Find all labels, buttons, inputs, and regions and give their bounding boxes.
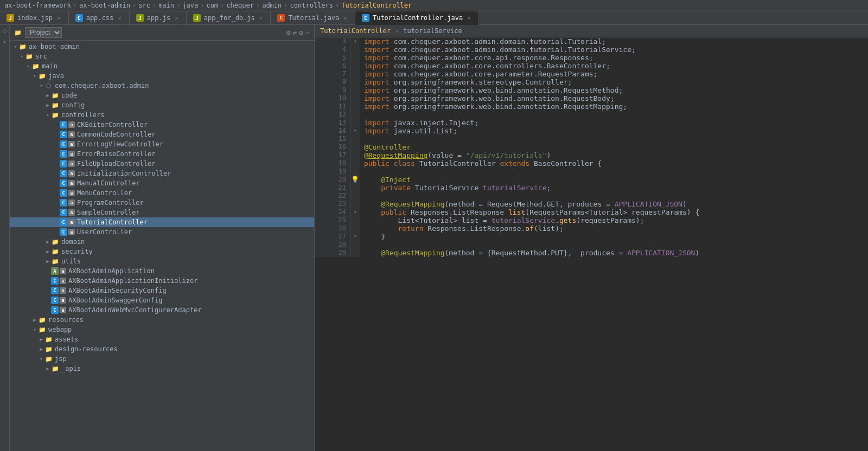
line-gutter xyxy=(351,119,360,127)
breadcrumb-item[interactable]: admin xyxy=(262,2,282,9)
tree-item-ErrorRaiseController[interactable]: C a ErrorRaiseController xyxy=(10,149,314,159)
tab-label: index.jsp xyxy=(17,14,53,22)
tree-arrow: ▾ xyxy=(12,44,18,49)
folder-icon: 📁 xyxy=(44,345,53,353)
tree-item-assets[interactable]: ▶ 📁 assets xyxy=(10,334,314,344)
java-class-icon: C xyxy=(60,140,67,148)
editor-breadcrumb: TutorialController › tutorialService xyxy=(315,25,868,37)
tree-item-AXBootAdminSecurityConfig[interactable]: C a AXBootAdminSecurityConfig xyxy=(10,286,314,295)
tab-close-icon[interactable]: × xyxy=(258,15,264,22)
tree-item-TutorialController[interactable]: C a TutorialController xyxy=(10,217,314,227)
tree-item-AXBootAdminApplication[interactable]: A a AXBootAdminApplication xyxy=(10,266,314,276)
folder-icon: 📁 xyxy=(31,62,40,70)
jsp-icon: J xyxy=(7,14,14,22)
line-content xyxy=(360,135,868,143)
folder-icon: 📁 xyxy=(18,43,27,50)
tree-item-utils[interactable]: ▶ 📁 utils xyxy=(10,256,314,266)
access-badge: a xyxy=(60,297,66,304)
tree-item-MenuController[interactable]: C a MenuController xyxy=(10,188,314,198)
access-badge: a xyxy=(68,151,75,157)
breadcrumb-item[interactable]: ax-boot-framework xyxy=(4,2,71,9)
tree-item-AXBootAdminWebMvcConfigurerAdapter[interactable]: C a AXBootAdminWebMvcConfigurerAdapter xyxy=(10,305,314,315)
access-badge: a xyxy=(60,278,66,284)
folder-icon: 📁 xyxy=(51,92,60,99)
tree-item-domain[interactable]: ▶ 📁 domain xyxy=(10,237,314,247)
folder-icon: 📁 xyxy=(51,257,60,265)
tree-item-java[interactable]: ▾ 📁 java xyxy=(10,71,314,81)
code-container[interactable]: 3 ▾ import com.chequer.axboot.admin.doma… xyxy=(315,37,868,451)
tree-item-resources[interactable]: ▶ 📁 resources xyxy=(10,315,314,325)
breadcrumb-item[interactable]: java xyxy=(182,2,198,9)
access-badge: a xyxy=(60,287,66,294)
tree-item-com-chequer[interactable]: ▾ ⬡ com.chequer.axboot.admin xyxy=(10,81,314,91)
structure-icon[interactable]: ⬡ xyxy=(2,26,8,36)
tree-item-code[interactable]: ▶ 📁 code xyxy=(10,91,314,100)
project-sidebar: ⬡ ★ 📁 Project ⚙ ⇄ ⚙ − xyxy=(0,25,315,451)
line-number: 19 xyxy=(315,167,351,176)
tree-item-CKEditorController[interactable]: C a CKEditorController xyxy=(10,120,314,130)
tab-close-icon[interactable]: × xyxy=(466,15,472,22)
tree-item-security[interactable]: ▶ 📁 security xyxy=(10,247,314,256)
expand-icon[interactable]: ⇄ xyxy=(293,29,297,37)
tree-item-InitializationController[interactable]: C a InitializationController xyxy=(10,169,314,178)
tab-close-icon[interactable]: × xyxy=(174,15,180,22)
tree-item-SampleController[interactable]: C a SampleController xyxy=(10,208,314,217)
java-class-icon: C xyxy=(60,199,67,207)
tree-item-AXBootAdminApplicationInitializer[interactable]: C a AXBootAdminApplicationInitializer xyxy=(10,276,314,286)
tree-label: FileUploadController xyxy=(77,160,156,167)
tab-app-for-db-js[interactable]: J app_for_db.js × xyxy=(187,11,271,24)
settings-icon[interactable]: ⚙ xyxy=(286,29,291,37)
line-number: 15 xyxy=(315,135,351,143)
breadcrumb-item[interactable]: src xyxy=(138,2,150,9)
line-content: import org.springframework.web.bind.anno… xyxy=(360,102,868,111)
code-line: 25 List<Tutorial> list = tutorialService… xyxy=(315,216,868,224)
folder-icon: 📁 xyxy=(51,365,60,372)
close-panel-icon[interactable]: − xyxy=(305,29,310,37)
tree-item-config[interactable]: ▶ 📁 config xyxy=(10,100,314,110)
tab-tutorial-java[interactable]: C Tutorial.java × xyxy=(271,11,355,24)
access-badge: a xyxy=(68,219,75,226)
folder-icon: 📁 xyxy=(38,72,47,80)
tree-item-ErrorLogViewController[interactable]: C a ErrorLogViewController xyxy=(10,139,314,149)
tree-label: ManualController xyxy=(77,179,140,187)
folder-icon: 📁 xyxy=(44,336,53,343)
code-line: 24 ▾ public Responses.ListResponse list(… xyxy=(315,208,868,216)
breadcrumb-item[interactable]: chequer xyxy=(226,2,254,9)
line-content: import java.util.List; xyxy=(360,127,868,135)
breadcrumb-item[interactable]: controllers xyxy=(290,2,333,9)
tree-item-design-resources[interactable]: ▶ 📁 design-resources xyxy=(10,344,314,354)
tab-tutorial-controller-java[interactable]: C TutorialController.java × xyxy=(355,11,479,25)
line-number: 14 xyxy=(315,127,351,135)
access-badge: a xyxy=(60,307,66,313)
breadcrumb-item[interactable]: com xyxy=(206,2,218,9)
gear-icon[interactable]: ⚙ xyxy=(299,29,303,37)
tree-label: webapp xyxy=(48,326,72,333)
tree-item-apis[interactable]: ▶ 📁 _apis xyxy=(10,364,314,373)
tree-item-UserController[interactable]: C a UserController xyxy=(10,227,314,237)
tree-item-src[interactable]: ▾ 📁 src xyxy=(10,51,314,61)
tab-close-icon[interactable]: × xyxy=(342,15,348,22)
tree-item-ManualController[interactable]: C a ManualController xyxy=(10,178,314,188)
tree-item-webapp[interactable]: ▾ 📁 webapp xyxy=(10,325,314,334)
tree-item-ProgramController[interactable]: C a ProgramController xyxy=(10,198,314,208)
tree-item-controllers[interactable]: ▾ 📁 controllers xyxy=(10,110,314,120)
tab-index-jsp[interactable]: J index.jsp × xyxy=(0,11,69,24)
breadcrumb-item[interactable]: main xyxy=(158,2,174,9)
tree-item-AXBootAdminSwaggerConfig[interactable]: C a AXBootAdminSwaggerConfig xyxy=(10,295,314,305)
tree-item-axboot-admin[interactable]: ▾ 📁 ax-boot-admin xyxy=(10,42,314,51)
favorites-icon[interactable]: ★ xyxy=(2,37,8,47)
tree-item-main[interactable]: ▾ 📁 main xyxy=(10,61,314,71)
tab-app-js[interactable]: J app.js × xyxy=(130,11,187,24)
tab-app-css[interactable]: C app.css × xyxy=(69,11,130,24)
tab-close-icon[interactable]: × xyxy=(56,15,62,22)
tree-item-FileUploadController[interactable]: C a FileUploadController xyxy=(10,159,314,169)
tree-item-jsp[interactable]: ▾ 📁 jsp xyxy=(10,354,314,364)
class-breadcrumb[interactable]: TutorialController xyxy=(320,27,391,35)
tab-close-icon[interactable]: × xyxy=(117,15,123,22)
project-selector[interactable]: Project xyxy=(25,27,62,38)
tree-item-CommonCodeController[interactable]: C a CommonCodeController xyxy=(10,130,314,139)
field-breadcrumb[interactable]: tutorialService xyxy=(403,27,462,35)
breadcrumb-item[interactable]: ax-boot-admin xyxy=(79,2,130,9)
tree-label: jsp xyxy=(55,355,67,363)
breadcrumb-item[interactable]: TutorialController xyxy=(341,2,412,9)
